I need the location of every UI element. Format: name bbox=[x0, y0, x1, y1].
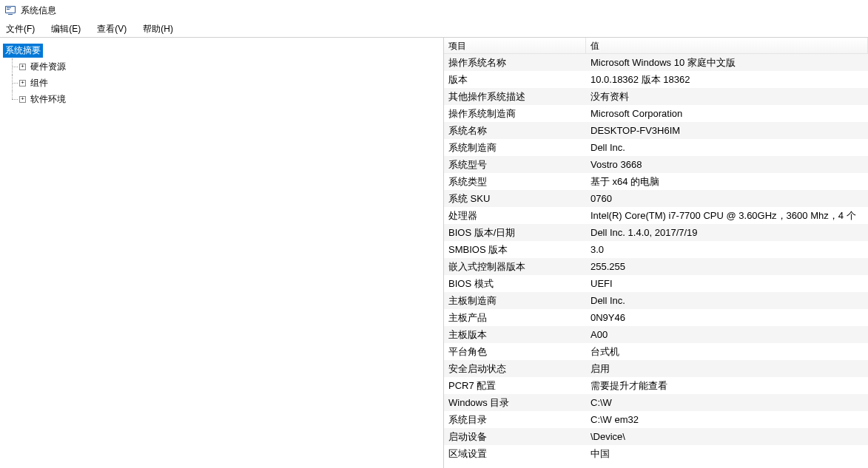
cell-key: 主板产品 bbox=[444, 311, 586, 325]
cell-value: 基于 x64 的电脑 bbox=[586, 175, 868, 189]
menu-file[interactable]: 文件(F) bbox=[3, 21, 38, 37]
cell-key: 系统名称 bbox=[444, 124, 586, 138]
list-row[interactable]: 操作系统名称Microsoft Windows 10 家庭中文版 bbox=[444, 54, 868, 71]
list-row[interactable]: 版本10.0.18362 版本 18362 bbox=[444, 71, 868, 88]
cell-value: 255.255 bbox=[586, 261, 868, 272]
cell-key: Windows 目录 bbox=[444, 396, 586, 410]
cell-key: BIOS 模式 bbox=[444, 277, 586, 291]
tree-item-components[interactable]: + 组件 bbox=[6, 75, 443, 91]
cell-value: 需要提升才能查看 bbox=[586, 379, 868, 393]
list-row[interactable]: 系统名称DESKTOP-FV3H6IM bbox=[444, 122, 868, 139]
list-row[interactable]: 启动设备\Device\ bbox=[444, 428, 868, 445]
list-row[interactable]: 平台角色台式机 bbox=[444, 343, 868, 360]
cell-value: DESKTOP-FV3H6IM bbox=[586, 125, 868, 136]
cell-key: 启动设备 bbox=[444, 430, 586, 444]
cell-key: SMBIOS 版本 bbox=[444, 243, 586, 257]
window-title: 系统信息 bbox=[21, 4, 56, 17]
cell-key: 版本 bbox=[444, 73, 586, 87]
cell-value: Dell Inc. 1.4.0, 2017/7/19 bbox=[586, 227, 868, 238]
list-row[interactable]: 主板版本A00 bbox=[444, 326, 868, 343]
cell-value: \Device\ bbox=[586, 431, 868, 442]
list-row[interactable]: 主板制造商Dell Inc. bbox=[444, 292, 868, 309]
cell-key: 系统制造商 bbox=[444, 141, 586, 155]
cell-value: C:\W em32 bbox=[586, 414, 868, 425]
cell-key: 操作系统制造商 bbox=[444, 107, 586, 121]
cell-value: 3.0 bbox=[586, 244, 868, 255]
cell-key: 系统型号 bbox=[444, 158, 586, 172]
tree-root-node[interactable]: 系统摘要 bbox=[3, 42, 443, 58]
tree-connector bbox=[6, 58, 19, 75]
tree-connector bbox=[6, 91, 19, 107]
svg-rect-2 bbox=[7, 7, 11, 8]
list-row[interactable]: Windows 目录C:\W bbox=[444, 394, 868, 411]
cell-key: 系统 SKU bbox=[444, 192, 586, 206]
list-pane: 项目 值 操作系统名称Microsoft Windows 10 家庭中文版版本1… bbox=[444, 38, 868, 468]
cell-key: 平台角色 bbox=[444, 345, 586, 359]
tree-item-label: 组件 bbox=[29, 76, 50, 90]
list-row[interactable]: BIOS 模式UEFI bbox=[444, 275, 868, 292]
cell-key: 嵌入式控制器版本 bbox=[444, 260, 586, 274]
cell-value: 10.0.18362 版本 18362 bbox=[586, 73, 868, 87]
cell-key: 系统目录 bbox=[444, 413, 586, 427]
list-row[interactable]: 系统目录C:\W em32 bbox=[444, 411, 868, 428]
cell-key: 处理器 bbox=[444, 209, 586, 223]
cell-key: PCR7 配置 bbox=[444, 379, 586, 393]
column-header-value[interactable]: 值 bbox=[586, 38, 868, 53]
cell-value: Microsoft Windows 10 家庭中文版 bbox=[586, 56, 868, 69]
cell-value: A00 bbox=[586, 329, 868, 340]
list-row[interactable]: 安全启动状态启用 bbox=[444, 360, 868, 377]
titlebar: 系统信息 bbox=[0, 0, 868, 21]
svg-rect-4 bbox=[8, 14, 13, 15]
cell-key: 主板版本 bbox=[444, 328, 586, 342]
cell-key: 安全启动状态 bbox=[444, 362, 586, 376]
list-row[interactable]: 系统型号Vostro 3668 bbox=[444, 156, 868, 173]
tree-item-hardware[interactable]: + 硬件资源 bbox=[6, 58, 443, 75]
cell-key: BIOS 版本/日期 bbox=[444, 226, 586, 240]
expand-icon[interactable]: + bbox=[19, 64, 26, 70]
list-body: 操作系统名称Microsoft Windows 10 家庭中文版版本10.0.1… bbox=[444, 54, 868, 468]
cell-key: 操作系统名称 bbox=[444, 56, 586, 69]
cell-value: Dell Inc. bbox=[586, 295, 868, 306]
list-row[interactable]: 嵌入式控制器版本255.255 bbox=[444, 258, 868, 275]
tree-item-label: 软件环境 bbox=[29, 92, 67, 106]
cell-value: 0N9Y46 bbox=[586, 312, 868, 323]
menu-help[interactable]: 帮助(H) bbox=[140, 21, 176, 37]
client-area: 系统摘要 + 硬件资源 + 组件 + 软件环境 bbox=[0, 38, 868, 468]
list-row[interactable]: BIOS 版本/日期Dell Inc. 1.4.0, 2017/7/19 bbox=[444, 224, 868, 241]
tree-item-label: 硬件资源 bbox=[29, 60, 67, 74]
cell-value: 启用 bbox=[586, 362, 868, 376]
tree-connector bbox=[6, 75, 19, 91]
cell-value: 0760 bbox=[586, 193, 868, 204]
menu-view[interactable]: 查看(V) bbox=[94, 21, 129, 37]
expand-icon[interactable]: + bbox=[19, 80, 26, 87]
cell-value: 中国 bbox=[586, 447, 868, 461]
cell-value: 台式机 bbox=[586, 345, 868, 359]
tree-item-software-env[interactable]: + 软件环境 bbox=[6, 91, 443, 107]
cell-value: Microsoft Corporation bbox=[586, 108, 868, 119]
list-row[interactable]: 系统类型基于 x64 的电脑 bbox=[444, 173, 868, 190]
cell-key: 其他操作系统描述 bbox=[444, 90, 586, 104]
list-row[interactable]: SMBIOS 版本3.0 bbox=[444, 241, 868, 258]
column-header-key[interactable]: 项目 bbox=[444, 38, 586, 53]
tree-pane: 系统摘要 + 硬件资源 + 组件 + 软件环境 bbox=[0, 38, 444, 468]
list-row[interactable]: 其他操作系统描述没有资料 bbox=[444, 88, 868, 105]
app-icon bbox=[4, 4, 16, 16]
menu-edit[interactable]: 编辑(E) bbox=[48, 21, 84, 37]
svg-rect-3 bbox=[7, 9, 10, 10]
cell-key: 主板制造商 bbox=[444, 294, 586, 308]
cell-value: Intel(R) Core(TM) i7-7700 CPU @ 3.60GHz，… bbox=[586, 209, 868, 223]
list-row[interactable]: 区域设置中国 bbox=[444, 445, 868, 462]
list-row[interactable]: 处理器Intel(R) Core(TM) i7-7700 CPU @ 3.60G… bbox=[444, 207, 868, 224]
tree-root-label: 系统摘要 bbox=[3, 44, 43, 58]
cell-key: 系统类型 bbox=[444, 175, 586, 189]
list-row[interactable]: 主板产品0N9Y46 bbox=[444, 309, 868, 326]
expand-icon[interactable]: + bbox=[19, 96, 26, 103]
list-row[interactable]: 操作系统制造商Microsoft Corporation bbox=[444, 105, 868, 122]
list-header: 项目 值 bbox=[444, 38, 868, 54]
list-row[interactable]: PCR7 配置需要提升才能查看 bbox=[444, 377, 868, 394]
list-row[interactable]: 系统 SKU0760 bbox=[444, 190, 868, 207]
list-row[interactable]: 系统制造商Dell Inc. bbox=[444, 139, 868, 156]
cell-value: 没有资料 bbox=[586, 90, 868, 104]
menubar: 文件(F) 编辑(E) 查看(V) 帮助(H) bbox=[0, 21, 868, 37]
cell-value: UEFI bbox=[586, 278, 868, 289]
